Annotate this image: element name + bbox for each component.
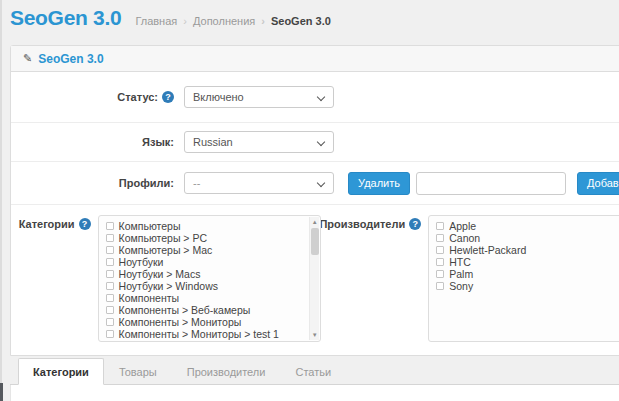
manufacturer-option[interactable]: Apple	[436, 220, 619, 232]
manufacturer-option[interactable]: Hewlett-Packard	[436, 244, 619, 256]
checkbox-icon[interactable]	[106, 306, 114, 314]
tab-bar: КатегорииТоварыПроизводителиСтатьи	[10, 358, 619, 385]
checkbox-icon[interactable]	[106, 258, 114, 266]
pencil-icon: ✎	[23, 52, 32, 65]
sidebar-edge-sliver	[0, 383, 3, 401]
category-option[interactable]: Компоненты > Мониторы	[106, 316, 321, 328]
manufacturer-option[interactable]: Sony	[436, 280, 619, 292]
category-option-label: Компьютеры	[119, 220, 181, 232]
page-header: SeoGen 3.0 ГлавнаяДополненияSeoGen 3.0	[10, 6, 619, 30]
manufacturer-option-label: Sony	[449, 280, 473, 292]
settings-panel: ✎ SeoGen 3.0 Статус: ? Включено Язык: Ru…	[10, 45, 619, 356]
panel-heading: ✎ SeoGen 3.0	[11, 46, 619, 72]
checkbox-icon[interactable]	[436, 270, 444, 278]
scrollbar-thumb[interactable]	[311, 228, 319, 255]
profile-name-input[interactable]	[416, 172, 566, 195]
tab[interactable]: Категории	[18, 358, 104, 385]
category-option[interactable]: Компоненты > Мониторы > test 1	[106, 328, 321, 340]
categories-scrollbar[interactable]: ▲ ▼	[309, 217, 319, 340]
checkbox-icon[interactable]	[436, 234, 444, 242]
category-option[interactable]: Компьютеры > PC	[106, 232, 321, 244]
checkbox-icon[interactable]	[106, 234, 114, 242]
category-option-label: Компьютеры > PC	[119, 232, 207, 244]
category-option-label: Ноутбуки > Macs	[119, 268, 201, 280]
bottom-tabs-section: КатегорииТоварыПроизводителиСтатьи	[10, 358, 619, 401]
language-label: Язык:	[142, 136, 174, 148]
profiles-row: Профили: -- Удалить Добавить	[11, 162, 619, 204]
category-option-label: Компоненты > Веб-камеры	[119, 304, 251, 316]
tab[interactable]: Производители	[172, 358, 281, 385]
checkbox-icon[interactable]	[106, 294, 114, 302]
chevron-down-icon	[317, 179, 325, 187]
categories-help-icon[interactable]: ?	[79, 218, 91, 230]
category-option-label: Ноутбуки	[119, 256, 164, 268]
manufacturer-option-label: HTC	[449, 256, 471, 268]
manufacturer-option[interactable]: Canon	[436, 232, 619, 244]
language-row: Язык: Russian	[11, 123, 619, 162]
category-option-label: Компоненты > Мониторы	[119, 316, 242, 328]
manufacturer-option[interactable]: Palm	[436, 268, 619, 280]
category-option[interactable]: Ноутбуки > Macs	[106, 268, 321, 280]
category-option[interactable]: Компоненты > Веб-камеры	[106, 304, 321, 316]
category-option[interactable]: Ноутбуки > Windows	[106, 280, 321, 292]
checkbox-icon[interactable]	[436, 282, 444, 290]
delete-profile-button[interactable]: Удалить	[348, 172, 410, 195]
checkbox-icon[interactable]	[106, 222, 114, 230]
status-help-icon[interactable]: ?	[162, 91, 174, 103]
profiles-label-wrap: Профили:	[11, 177, 174, 189]
manufacturers-help-icon[interactable]: ?	[409, 218, 421, 230]
checkbox-icon[interactable]	[106, 318, 114, 326]
status-row: Статус: ? Включено	[11, 72, 619, 123]
profiles-select[interactable]: --	[184, 172, 334, 194]
scroll-up-icon[interactable]: ▲	[310, 217, 319, 227]
status-select[interactable]: Включено	[184, 86, 334, 108]
scroll-down-icon[interactable]: ▼	[310, 330, 319, 340]
category-option-label: Компоненты	[119, 292, 180, 304]
checkbox-icon[interactable]	[436, 222, 444, 230]
manufacturer-option-label: Canon	[449, 232, 480, 244]
tab[interactable]: Статьи	[280, 358, 346, 385]
category-option[interactable]: Ноутбуки	[106, 256, 321, 268]
tab-content-panel	[10, 385, 619, 401]
breadcrumb-item[interactable]: SeoGen 3.0	[255, 15, 331, 27]
category-option[interactable]: Компьютеры > Mac	[106, 244, 321, 256]
categories-list: Компьютеры Компьютеры > PC Компьютеры > …	[106, 220, 321, 340]
manufacturer-option-label: Apple	[449, 220, 476, 232]
checkbox-icon[interactable]	[106, 270, 114, 278]
lists-row: Категории ? Компьютеры Компьютеры > PC К…	[11, 204, 619, 355]
page-title: SeoGen 3.0	[10, 6, 121, 30]
checkbox-icon[interactable]	[106, 282, 114, 290]
manufacturers-label-col: Производители ?	[335, 215, 421, 230]
profiles-label: Профили:	[119, 177, 174, 189]
category-option-label: Компоненты > Мониторы > test 1	[119, 328, 279, 340]
tab[interactable]: Товары	[104, 358, 172, 385]
manufacturer-option[interactable]: HTC	[436, 256, 619, 268]
checkbox-icon[interactable]	[436, 258, 444, 266]
language-label-wrap: Язык:	[11, 136, 174, 148]
categories-label-col: Категории ?	[11, 215, 91, 230]
category-option[interactable]: Компоненты	[106, 292, 321, 304]
chevron-down-icon	[317, 138, 325, 146]
language-select-value: Russian	[193, 136, 233, 148]
page-left-edge	[0, 0, 2, 401]
language-select[interactable]: Russian	[184, 131, 334, 153]
breadcrumb-item[interactable]: Дополнения	[177, 15, 255, 27]
category-option-label: Компьютеры > Mac	[119, 244, 213, 256]
add-profile-button[interactable]: Добавить	[577, 172, 619, 195]
manufacturers-listbox: Apple Canon Hewlett-Packard HTC Palm	[428, 215, 619, 342]
category-option-label: Ноутбуки > Windows	[119, 280, 218, 292]
status-label-wrap: Статус: ?	[11, 91, 174, 103]
profiles-select-value: --	[193, 177, 200, 189]
checkbox-icon[interactable]	[436, 246, 444, 254]
manufacturers-list: Apple Canon Hewlett-Packard HTC Palm	[436, 220, 619, 292]
manufacturers-label: Производители	[319, 218, 405, 230]
categories-label: Категории	[19, 218, 75, 230]
checkbox-icon[interactable]	[106, 330, 114, 338]
breadcrumb-item[interactable]: Главная	[135, 15, 177, 27]
chevron-down-icon	[317, 93, 325, 101]
panel-body: Статус: ? Включено Язык: Russian Профили…	[11, 72, 619, 355]
checkbox-icon[interactable]	[106, 246, 114, 254]
status-label: Статус:	[117, 91, 158, 103]
categories-listbox: Компьютеры Компьютеры > PC Компьютеры > …	[98, 215, 322, 342]
category-option[interactable]: Компьютеры	[106, 220, 321, 232]
